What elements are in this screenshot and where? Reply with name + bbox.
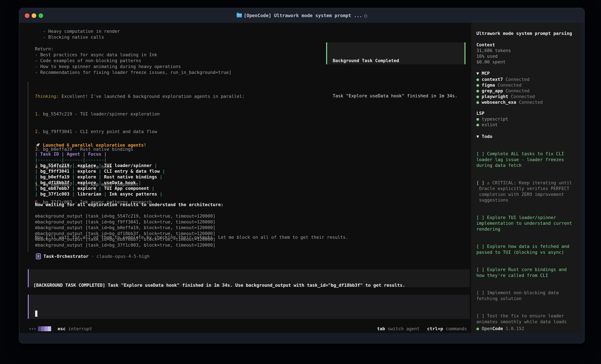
sidebar-title: Ultrawork mode system prompt parsing	[476, 30, 572, 36]
esc-key-hint: esc	[58, 326, 66, 332]
tool-call-line: ⚙background_output [task_id=bg_b0effa19,…	[35, 225, 215, 230]
todo-list: [ ] Complete ALL tasks to fix CLI loader…	[476, 139, 572, 333]
todo-item: [ ] Explore how data is fetched and pass…	[476, 243, 572, 255]
lsp-item: ● typescript	[476, 116, 508, 122]
session-indicator-icon: ○	[364, 13, 367, 19]
context-used: 16% used	[476, 53, 498, 59]
toast-title: Background Task Completed	[333, 58, 464, 64]
tool-result-text: - Heavy computation in render - Blocking…	[35, 28, 231, 75]
agent-name: Task-Orchestrator	[43, 253, 89, 259]
spinner-block	[38, 326, 41, 331]
announcement-line: Launched 6 parallel exploration agents!	[35, 142, 146, 149]
chevron-down-icon: ▼	[476, 134, 479, 139]
task-table: | Task ID | Agent | Focus | |---------|-…	[35, 151, 165, 197]
chevron-down-icon: ▼	[476, 71, 479, 76]
agent-model: claude-opus-4-5-high	[97, 253, 150, 259]
table-row: | bg_37f1c003 | librarian | Ink async pa…	[35, 191, 165, 197]
spinner-block	[45, 326, 48, 331]
window-title-text: [OpenCode] Ultrawork mode system prompt …	[244, 13, 362, 18]
gear-icon: ⚙	[35, 213, 38, 219]
todo-item: [ ] Explore Rust core bindings and how t…	[476, 267, 572, 278]
gear-icon: ⚙	[35, 219, 38, 224]
chat-pane[interactable]: - Heavy computation in render - Blocking…	[19, 23, 471, 333]
table-separator: |---------|-------|-------|	[35, 157, 165, 163]
ctrlp-key-label: commands	[446, 326, 467, 332]
screen: [OpenCode] Ultrawork mode system prompt …	[0, 0, 601, 364]
agent-icon	[36, 253, 41, 259]
tool-call-line: ⚙background_output [task_id=bg_f9ff3041,…	[35, 219, 215, 225]
todo-item: [ ] Complete ALL tasks to fix CLI loader…	[476, 151, 572, 168]
tab-key-label: switch agent	[388, 326, 420, 332]
status-dot-icon: ●	[476, 88, 479, 93]
todo-item: [ ] Implement non-blocking data fetching…	[476, 290, 572, 301]
thinking-list-item: 1. bg_5547c219 - TUI loader/spinner expl…	[35, 111, 348, 117]
gear-icon: ⚙	[35, 242, 38, 248]
status-spinner: esc interrupt	[30, 325, 92, 333]
status-dot-icon: ●	[476, 116, 479, 122]
gear-icon: ⚙	[35, 237, 38, 242]
traffic-lights	[25, 13, 43, 18]
tool-call-line: ⚙background_output [task_id=bg_37f1c003,…	[35, 242, 215, 248]
mcp-section-header[interactable]: ▼ MCP	[476, 70, 490, 76]
status-keybinds: tab switch agent ctrl+p commands	[377, 325, 467, 333]
agent-header: Task-Orchestrator · claude-opus-4-5-high	[36, 253, 150, 260]
status-dot-icon: ●	[476, 100, 479, 105]
sidebar: Ultrawork mode system prompt parsing Con…	[471, 23, 581, 333]
app-version: ● OpenCode 1.0.152	[476, 326, 524, 332]
status-dot-icon: ●	[476, 83, 479, 87]
announcement-text: Launched 6 parallel exploration agents!	[43, 142, 146, 148]
spinner-dot	[30, 328, 31, 330]
tool-call-list: ⚙background_output [task_id=bg_5547c219,…	[35, 213, 215, 248]
warning-icon: ⚠	[487, 180, 490, 185]
mcp-item: ● websearch_exa Connected	[476, 99, 543, 105]
spinner-block	[48, 326, 51, 331]
window-right-gutter	[581, 23, 584, 333]
toast-body: Task "Explore useData hook" finished in …	[333, 93, 464, 99]
folder-icon	[237, 14, 242, 18]
background-completed-block: [BACKGROUND TASK COMPLETED] Task "Explor…	[28, 269, 470, 287]
lsp-heading: LSP	[476, 110, 484, 116]
thinking-list-item: 2. bg_f9ff3041 - CLI entry point and dat…	[35, 129, 348, 134]
table-header: | Task ID | Agent | Focus |	[35, 151, 165, 157]
spinner-dot	[32, 328, 33, 330]
spinner-dot	[34, 328, 36, 330]
context-spent: $0.00 spent	[476, 59, 506, 65]
mcp-item: ● grep_app Connected	[476, 88, 530, 94]
todo-item: [ ] ⚠ CRITICAL: Keep iterating until Ora…	[476, 180, 572, 203]
terminal-window: [OpenCode] Ultrawork mode system prompt …	[19, 8, 585, 344]
table-row: | bg_5547c219 | explore | TUI loader/spi…	[35, 163, 165, 168]
gear-icon: ⚙	[35, 231, 38, 236]
tool-call-line: ⚙background_output [task_id=bg_eb87ebb7,…	[35, 236, 215, 242]
esc-key-label	[66, 326, 68, 332]
gear-icon: ⚙	[35, 225, 38, 230]
status-bar: esc interrupt tab switch agent ctrl+p co…	[19, 325, 471, 333]
todo-section-header[interactable]: ▼ Todo	[476, 134, 492, 139]
minimize-button[interactable]	[32, 13, 36, 18]
tab-key-hint: tab	[377, 326, 385, 332]
titlebar: [OpenCode] Ultrawork mode system prompt …	[19, 8, 584, 23]
mcp-item: ● playwright Connected	[476, 94, 535, 99]
separator-dot: ·	[91, 253, 94, 259]
todo-item: [ ] Explore TUI loader/spinner implement…	[476, 215, 572, 232]
status-dot-icon: ●	[476, 122, 479, 127]
tool-call-line: ⚙background_output [task_id=bg_5547c219,…	[35, 213, 215, 219]
tool-call-line: ⚙background_output [task_id=bg_df18bb3f,…	[35, 230, 215, 237]
ctrlp-key-hint: ctrl+p	[427, 326, 443, 332]
mcp-item: ● figma Connected	[476, 82, 521, 88]
mcp-item: ● context7 Connected	[476, 77, 530, 82]
zoom-button[interactable]	[39, 13, 43, 18]
spinner-block	[41, 326, 45, 331]
completed-message: [BACKGROUND TASK COMPLETED] Task "Explor…	[33, 282, 470, 288]
close-button[interactable]	[25, 13, 30, 18]
status-dot-icon: ●	[476, 94, 479, 99]
lsp-item: ● eslint	[476, 122, 498, 128]
toast-notification: Background Task Completed Task "Explore …	[326, 42, 465, 64]
prompt-input[interactable]: Task-Orchestrator Opus 4.5 High Anthropi…	[28, 295, 470, 319]
todo-item: [ ] Test the fix to ensure loader animat…	[476, 313, 572, 325]
status-dot-icon: ●	[476, 326, 479, 331]
status-dot-icon: ●	[476, 77, 479, 82]
window-bottom-gutter	[19, 333, 584, 343]
context-tokens: 31,686 tokens	[476, 48, 511, 54]
table-row: | bg_df18bb3f | explore | useData hook |	[35, 180, 165, 185]
table-row: | bg_f9ff3041 | explore | CLI entry & da…	[35, 168, 165, 174]
